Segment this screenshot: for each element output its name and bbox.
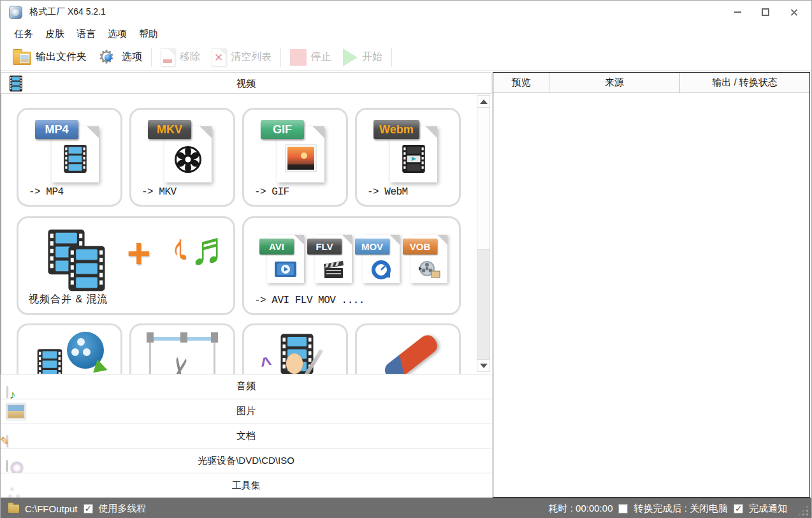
section-header-dvd-cd-iso[interactable]: 光驱设备\DVD\CD\ISO <box>1 448 491 473</box>
section-header-document[interactable]: 文档 <box>1 424 491 448</box>
stop-button[interactable]: 停止 <box>284 46 337 69</box>
toolbar-separator <box>391 48 392 67</box>
column-header-source[interactable]: 来源 <box>549 73 680 93</box>
clear-list-button[interactable]: 清空列表 <box>206 46 277 69</box>
options-button[interactable]: 选项 <box>92 46 148 69</box>
crop-scissors-icon <box>149 337 215 374</box>
shutdown-checkbox[interactable] <box>618 504 628 514</box>
plus-icon: + <box>127 230 150 277</box>
card-caption: 视频合并 & 混流 <box>29 293 108 306</box>
triangle-up-icon <box>480 100 488 104</box>
section-header-audio[interactable]: 音频 <box>1 374 491 399</box>
window-controls <box>723 1 808 24</box>
format-badge: FLV <box>307 239 342 255</box>
cards-scrollbar[interactable] <box>477 95 490 372</box>
window-title: 格式工厂 X64 5.2.1 <box>29 6 106 18</box>
statusbar-left: C:\FFOutput 使用多线程 <box>8 503 147 515</box>
toolset-section-label: 工具集 <box>1 473 491 498</box>
close-icon <box>790 8 798 17</box>
output-path[interactable]: C:\FFOutput <box>25 503 78 514</box>
menu-options[interactable]: 选项 <box>106 27 129 41</box>
multithread-checkbox[interactable] <box>83 504 93 514</box>
play-icon <box>343 48 358 66</box>
stop-icon <box>290 49 307 66</box>
sunset-photo-icon <box>285 144 317 175</box>
audio-section-label: 音频 <box>1 374 491 399</box>
filmstrip-icon <box>63 245 110 295</box>
toolbar-separator <box>280 48 281 67</box>
scrollbar-thumb[interactable] <box>477 108 489 249</box>
multithread-label[interactable]: 使用多线程 <box>99 503 147 515</box>
task-list-body <box>493 93 809 497</box>
remove-button[interactable]: 移除 <box>155 46 206 69</box>
toolbar-separator <box>151 48 152 67</box>
menubar: 任务 皮肤 语言 选项 帮助 <box>1 24 811 44</box>
triangle-down-icon <box>480 364 488 368</box>
eraser-icon <box>382 332 441 374</box>
card-video-watermark[interactable]: ^ <box>242 323 348 374</box>
menu-language[interactable]: 语言 <box>75 27 98 41</box>
card-to-avi-flv-mov[interactable]: AVI FLV MOV <box>242 216 461 315</box>
start-label: 开始 <box>362 50 382 64</box>
card-caption: -> MKV <box>141 186 177 198</box>
section-header-video[interactable]: 视频 <box>1 72 491 94</box>
format-badge: AVI <box>259 239 294 255</box>
notify-checkbox[interactable] <box>734 504 743 514</box>
menu-help[interactable]: 帮助 <box>137 27 160 41</box>
card-caption: -> GIF <box>254 186 289 198</box>
section-header-toolset[interactable]: 工具集 <box>1 473 491 498</box>
remove-label: 移除 <box>180 50 200 64</box>
card-video-eraser[interactable] <box>355 323 461 374</box>
card-to-webm[interactable]: Webm -> WebM <box>355 108 461 207</box>
shutdown-label[interactable]: 转换完成后 : 关闭电脑 <box>634 503 728 515</box>
format-badge: VOB <box>403 239 437 255</box>
category-accordion: 音频 图片 文档 光驱设备\DVD\CD\ISO 工具集 <box>1 374 491 498</box>
card-to-mp4[interactable]: MP4 -> MP4 <box>17 108 122 207</box>
output-folder-button[interactable]: 输出文件夹 <box>7 46 92 69</box>
scroll-down-button[interactable] <box>477 359 489 371</box>
card-video-clip[interactable] <box>17 323 122 374</box>
column-header-preview[interactable]: 预览 <box>493 73 549 93</box>
filmstrip-icon <box>61 144 90 176</box>
maximize-icon <box>762 8 769 16</box>
menu-skin[interactable]: 皮肤 <box>43 27 66 41</box>
start-button[interactable]: 开始 <box>337 46 388 69</box>
minimize-icon <box>734 11 741 13</box>
minimize-button[interactable] <box>723 1 751 24</box>
clapperboard-icon <box>323 260 344 282</box>
elapsed-time: 耗时 : 00:00:00 <box>549 503 613 515</box>
video-player-icon <box>275 260 296 281</box>
clear-list-label: 清空列表 <box>231 50 272 64</box>
film-reel-icon <box>417 260 440 282</box>
mini-format-vob: VOB <box>404 233 450 305</box>
statusbar: C:\FFOutput 使用多线程 耗时 : 00:00:00 转换完成后 : … <box>1 498 811 518</box>
task-list-header: 预览 来源 输出 / 转换状态 <box>493 73 809 93</box>
titlebar: 格式工厂 X64 5.2.1 <box>1 1 811 24</box>
maximize-button[interactable] <box>751 1 779 24</box>
card-to-gif[interactable]: GIF -> GIF <box>242 108 348 207</box>
card-video-merge-mux[interactable]: + ♪ ♬ 视频合并 & 混流 <box>17 216 235 315</box>
left-panel: 视频 MP4 -> MP4 MKV -> <box>1 72 491 498</box>
format-badge: Webm <box>373 120 419 139</box>
scrollbar-track[interactable] <box>477 249 489 359</box>
scroll-up-button[interactable] <box>477 96 489 108</box>
menu-task[interactable]: 任务 <box>12 27 35 41</box>
close-button[interactable] <box>779 1 808 24</box>
picture-section-label: 图片 <box>1 399 491 424</box>
music-note-icon: ♪ <box>171 226 190 269</box>
video-cards-area: MP4 -> MP4 MKV -> MKV GIF <box>1 94 491 374</box>
toolbar: 输出文件夹 选项 移除 清空列表 停止 开始 <box>1 44 811 71</box>
stop-label: 停止 <box>311 50 331 64</box>
column-header-output-status[interactable]: 输出 / 转换状态 <box>680 73 809 93</box>
card-video-crop[interactable] <box>129 323 235 374</box>
dvd-section-label: 光驱设备\DVD\CD\ISO <box>1 448 491 473</box>
format-badge: MOV <box>355 239 389 255</box>
task-list-panel: 预览 来源 输出 / 转换状态 <box>493 72 810 498</box>
card-to-mkv[interactable]: MKV -> MKV <box>129 108 235 207</box>
music-note-icon: ♬ <box>189 222 235 274</box>
watermark-symbol-icon: ^ <box>259 353 274 374</box>
notify-label[interactable]: 完成通知 <box>749 503 787 515</box>
resize-grip-icon[interactable] <box>799 507 808 515</box>
section-header-picture[interactable]: 图片 <box>1 399 491 424</box>
remove-icon <box>161 48 175 66</box>
